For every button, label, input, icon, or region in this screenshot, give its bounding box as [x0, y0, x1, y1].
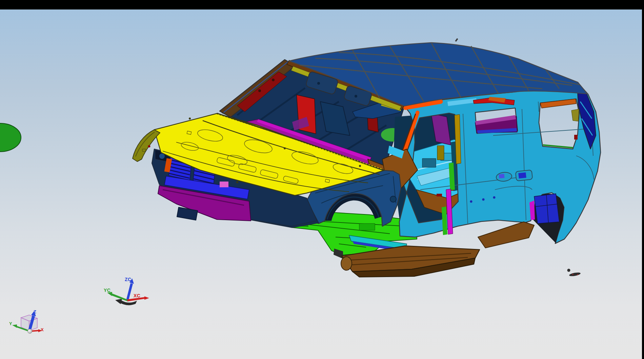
car-body-model[interactable] [0, 39, 601, 277]
model-scene: ZC YC XC Z Y X [0, 0, 644, 359]
antenna-stub [456, 39, 458, 41]
datum-z-label: Z [34, 309, 36, 314]
wcs-z-label: ZC [125, 277, 132, 282]
wcs-y-label: YC [104, 288, 110, 293]
loose-debris-parts[interactable] [567, 269, 581, 277]
window-top-black-bar [0, 0, 644, 9]
datum-csys-triad[interactable]: Z Y X [9, 309, 44, 334]
rear-door-window[interactable] [475, 115, 517, 133]
cad-application-window: ZC YC XC Z Y X [0, 0, 644, 359]
datum-x-label: X [41, 327, 44, 332]
quarter-window[interactable] [540, 99, 579, 148]
hvac-dome-green[interactable] [0, 123, 21, 152]
wcs-triad[interactable]: ZC YC XC [104, 277, 149, 305]
datum-y-label: Y [9, 321, 12, 326]
wcs-z-axis[interactable] [126, 283, 133, 301]
datum-origin-sphere[interactable] [28, 329, 32, 334]
window-right-black-bar [642, 0, 644, 359]
wcs-x-label: XC [134, 293, 140, 298]
